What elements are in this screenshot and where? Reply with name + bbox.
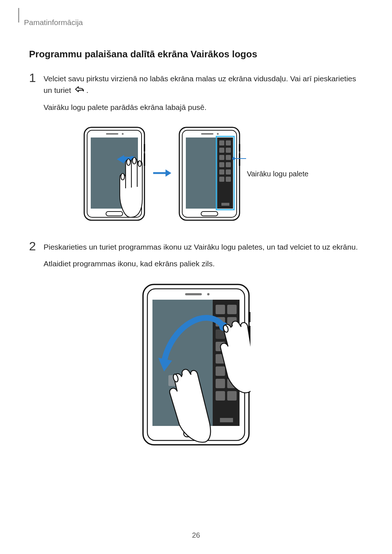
svg-rect-27	[226, 148, 231, 153]
svg-rect-28	[219, 155, 224, 160]
svg-point-3	[122, 133, 124, 135]
step1-text-part-a: Velciet savu pirkstu virzienā no labās e…	[44, 74, 356, 94]
svg-point-11	[132, 157, 136, 164]
breadcrumb: Pamatinformācija	[24, 18, 363, 27]
page-number: 26	[0, 531, 392, 539]
section-title: Programmu palaišana dalītā ekrāna Vairāk…	[29, 49, 363, 60]
svg-point-10	[127, 159, 130, 165]
svg-rect-56	[216, 366, 225, 376]
diagram-step1: Vairāku logu palete	[29, 127, 363, 221]
svg-rect-58	[216, 379, 225, 388]
step2-line2: Atlaidiet programmas ikonu, kad ekrāns p…	[44, 258, 363, 270]
svg-rect-7	[144, 153, 145, 166]
header-rule	[18, 8, 19, 22]
phone-after	[179, 127, 240, 221]
svg-point-17	[217, 133, 219, 135]
svg-rect-5	[106, 212, 123, 216]
svg-rect-25	[226, 140, 231, 145]
step1-text-part-b: .	[86, 86, 89, 94]
phone-drag	[142, 283, 250, 446]
svg-rect-35	[226, 177, 231, 182]
svg-rect-6	[144, 144, 145, 151]
callout-palette-label: Vairāku logu palete	[247, 170, 309, 178]
svg-rect-31	[226, 162, 231, 167]
step-2: 2 Pieskarieties un turiet programmas iko…	[29, 241, 363, 274]
svg-rect-33	[226, 169, 231, 175]
svg-point-12	[138, 161, 142, 167]
svg-rect-61	[227, 391, 237, 401]
transition-arrow-icon	[152, 168, 172, 180]
svg-rect-36	[221, 203, 229, 206]
step-1-text: Velciet savu pirkstu virzienā no labās e…	[44, 73, 363, 118]
svg-rect-41	[185, 293, 202, 295]
page-content: Pamatinformācija Programmu palaišana dal…	[0, 0, 392, 472]
svg-point-9	[121, 173, 124, 180]
callout-connector	[232, 156, 248, 161]
svg-rect-34	[219, 177, 224, 182]
step-1: 1 Velciet savu pirkstu virzienā no labās…	[29, 73, 363, 118]
back-icon	[74, 85, 86, 97]
svg-rect-60	[216, 391, 225, 401]
step-number: 1	[29, 71, 44, 84]
step1-line2: Vairāku logu palete parādās ekrāna labaj…	[44, 102, 363, 113]
svg-point-42	[207, 293, 209, 295]
svg-rect-48	[216, 305, 225, 314]
step-number: 2	[29, 240, 44, 252]
svg-rect-29	[226, 155, 231, 160]
phone-before	[83, 127, 145, 221]
step2-line1: Pieskarieties un turiet programmas ikonu…	[44, 241, 363, 253]
svg-rect-30	[219, 162, 224, 167]
svg-rect-19	[201, 212, 218, 216]
svg-rect-26	[219, 148, 224, 153]
svg-rect-16	[201, 133, 213, 135]
svg-point-38	[232, 157, 235, 160]
svg-rect-49	[227, 305, 237, 314]
svg-rect-62	[220, 418, 233, 422]
svg-rect-2	[106, 133, 118, 135]
step-2-text: Pieskarieties un turiet programmas ikonu…	[44, 241, 363, 274]
svg-rect-24	[219, 140, 224, 145]
svg-rect-45	[248, 312, 250, 322]
diagram-step2	[29, 283, 363, 446]
svg-rect-32	[219, 169, 224, 175]
svg-rect-20	[239, 144, 240, 151]
